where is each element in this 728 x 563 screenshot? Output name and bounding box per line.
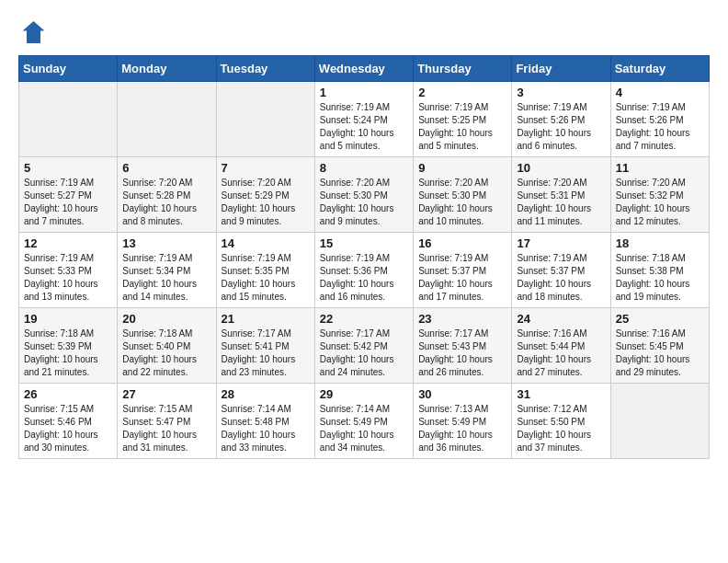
logo-icon bbox=[18, 18, 46, 46]
day-number: 1 bbox=[320, 86, 408, 99]
calendar-cell: 29Sunrise: 7:14 AM Sunset: 5:49 PM Dayli… bbox=[314, 384, 413, 459]
day-info: Sunrise: 7:17 AM Sunset: 5:41 PM Dayligh… bbox=[222, 327, 310, 379]
calendar-cell: 30Sunrise: 7:13 AM Sunset: 5:49 PM Dayli… bbox=[414, 384, 512, 459]
day-info: Sunrise: 7:14 AM Sunset: 5:49 PM Dayligh… bbox=[320, 403, 408, 454]
day-info: Sunrise: 7:15 AM Sunset: 5:46 PM Dayligh… bbox=[24, 403, 112, 454]
calendar-day-header: Sunday bbox=[19, 56, 118, 82]
day-number: 29 bbox=[320, 387, 408, 401]
day-number: 23 bbox=[418, 312, 506, 326]
calendar-cell: 24Sunrise: 7:16 AM Sunset: 5:44 PM Dayli… bbox=[512, 308, 610, 384]
day-info: Sunrise: 7:20 AM Sunset: 5:30 PM Dayligh… bbox=[418, 177, 506, 228]
calendar-week-row: 26Sunrise: 7:15 AM Sunset: 5:46 PM Dayli… bbox=[19, 384, 710, 459]
day-info: Sunrise: 7:20 AM Sunset: 5:28 PM Dayligh… bbox=[122, 177, 210, 228]
day-info: Sunrise: 7:20 AM Sunset: 5:32 PM Dayligh… bbox=[616, 177, 704, 228]
calendar-cell bbox=[118, 82, 216, 157]
calendar-cell: 25Sunrise: 7:16 AM Sunset: 5:45 PM Dayli… bbox=[610, 308, 709, 384]
calendar-cell: 28Sunrise: 7:14 AM Sunset: 5:48 PM Dayli… bbox=[216, 384, 314, 459]
calendar-cell: 1Sunrise: 7:19 AM Sunset: 5:24 PM Daylig… bbox=[314, 82, 413, 157]
day-number: 20 bbox=[122, 312, 210, 326]
day-info: Sunrise: 7:20 AM Sunset: 5:29 PM Dayligh… bbox=[222, 177, 310, 228]
calendar-day-header: Tuesday bbox=[216, 56, 314, 82]
day-number: 25 bbox=[616, 312, 704, 326]
day-info: Sunrise: 7:18 AM Sunset: 5:40 PM Dayligh… bbox=[122, 327, 210, 379]
calendar-cell: 9Sunrise: 7:20 AM Sunset: 5:30 PM Daylig… bbox=[414, 157, 512, 233]
calendar-cell: 6Sunrise: 7:20 AM Sunset: 5:28 PM Daylig… bbox=[118, 157, 216, 233]
day-number: 11 bbox=[616, 161, 704, 175]
day-info: Sunrise: 7:19 AM Sunset: 5:25 PM Dayligh… bbox=[418, 101, 506, 153]
day-info: Sunrise: 7:19 AM Sunset: 5:26 PM Dayligh… bbox=[616, 101, 704, 153]
calendar-cell: 23Sunrise: 7:17 AM Sunset: 5:43 PM Dayli… bbox=[414, 308, 512, 384]
calendar-cell: 26Sunrise: 7:15 AM Sunset: 5:46 PM Dayli… bbox=[19, 384, 118, 459]
day-info: Sunrise: 7:18 AM Sunset: 5:39 PM Dayligh… bbox=[24, 327, 112, 379]
calendar-cell bbox=[19, 82, 118, 157]
day-info: Sunrise: 7:19 AM Sunset: 5:27 PM Dayligh… bbox=[24, 177, 112, 228]
calendar-table: SundayMondayTuesdayWednesdayThursdayFrid… bbox=[18, 55, 710, 459]
day-number: 2 bbox=[418, 86, 506, 99]
calendar-cell: 8Sunrise: 7:20 AM Sunset: 5:30 PM Daylig… bbox=[314, 157, 413, 233]
day-number: 27 bbox=[122, 387, 210, 401]
calendar-cell: 2Sunrise: 7:19 AM Sunset: 5:25 PM Daylig… bbox=[414, 82, 512, 157]
calendar-cell: 10Sunrise: 7:20 AM Sunset: 5:31 PM Dayli… bbox=[512, 157, 610, 233]
day-number: 24 bbox=[517, 312, 605, 326]
calendar-day-header: Wednesday bbox=[314, 56, 413, 82]
calendar-cell: 31Sunrise: 7:12 AM Sunset: 5:50 PM Dayli… bbox=[512, 384, 610, 459]
day-info: Sunrise: 7:19 AM Sunset: 5:36 PM Dayligh… bbox=[320, 252, 408, 304]
calendar-day-header: Saturday bbox=[610, 56, 709, 82]
day-info: Sunrise: 7:19 AM Sunset: 5:35 PM Dayligh… bbox=[222, 252, 310, 304]
calendar-day-header: Thursday bbox=[414, 56, 512, 82]
day-info: Sunrise: 7:19 AM Sunset: 5:34 PM Dayligh… bbox=[122, 252, 210, 304]
day-number: 12 bbox=[24, 236, 112, 250]
calendar-cell: 14Sunrise: 7:19 AM Sunset: 5:35 PM Dayli… bbox=[216, 233, 314, 308]
day-number: 17 bbox=[517, 236, 605, 250]
day-info: Sunrise: 7:13 AM Sunset: 5:49 PM Dayligh… bbox=[418, 403, 506, 454]
day-number: 9 bbox=[418, 161, 506, 175]
day-info: Sunrise: 7:16 AM Sunset: 5:45 PM Dayligh… bbox=[616, 327, 704, 379]
calendar-cell: 19Sunrise: 7:18 AM Sunset: 5:39 PM Dayli… bbox=[19, 308, 118, 384]
day-number: 28 bbox=[222, 387, 310, 401]
calendar-cell bbox=[610, 384, 709, 459]
day-number: 18 bbox=[616, 236, 704, 250]
calendar-day-header: Monday bbox=[118, 56, 216, 82]
calendar-week-row: 1Sunrise: 7:19 AM Sunset: 5:24 PM Daylig… bbox=[19, 82, 710, 157]
calendar-week-row: 12Sunrise: 7:19 AM Sunset: 5:33 PM Dayli… bbox=[19, 233, 710, 308]
day-number: 30 bbox=[418, 387, 506, 401]
calendar-cell: 16Sunrise: 7:19 AM Sunset: 5:37 PM Dayli… bbox=[414, 233, 512, 308]
day-info: Sunrise: 7:17 AM Sunset: 5:43 PM Dayligh… bbox=[418, 327, 506, 379]
day-info: Sunrise: 7:17 AM Sunset: 5:42 PM Dayligh… bbox=[320, 327, 408, 379]
calendar-week-row: 19Sunrise: 7:18 AM Sunset: 5:39 PM Dayli… bbox=[19, 308, 710, 384]
day-info: Sunrise: 7:19 AM Sunset: 5:26 PM Dayligh… bbox=[517, 101, 605, 153]
calendar-cell: 11Sunrise: 7:20 AM Sunset: 5:32 PM Dayli… bbox=[610, 157, 709, 233]
day-number: 19 bbox=[24, 312, 112, 326]
calendar-cell: 21Sunrise: 7:17 AM Sunset: 5:41 PM Dayli… bbox=[216, 308, 314, 384]
calendar-cell: 7Sunrise: 7:20 AM Sunset: 5:29 PM Daylig… bbox=[216, 157, 314, 233]
day-info: Sunrise: 7:19 AM Sunset: 5:33 PM Dayligh… bbox=[24, 252, 112, 304]
svg-marker-0 bbox=[23, 21, 45, 43]
day-number: 10 bbox=[517, 161, 605, 175]
calendar-cell: 5Sunrise: 7:19 AM Sunset: 5:27 PM Daylig… bbox=[19, 157, 118, 233]
calendar-cell: 17Sunrise: 7:19 AM Sunset: 5:37 PM Dayli… bbox=[512, 233, 610, 308]
day-number: 21 bbox=[222, 312, 310, 326]
day-number: 4 bbox=[616, 86, 704, 99]
day-info: Sunrise: 7:16 AM Sunset: 5:44 PM Dayligh… bbox=[517, 327, 605, 379]
day-info: Sunrise: 7:15 AM Sunset: 5:47 PM Dayligh… bbox=[122, 403, 210, 454]
day-info: Sunrise: 7:19 AM Sunset: 5:24 PM Dayligh… bbox=[320, 101, 408, 153]
calendar-cell: 3Sunrise: 7:19 AM Sunset: 5:26 PM Daylig… bbox=[512, 82, 610, 157]
day-info: Sunrise: 7:12 AM Sunset: 5:50 PM Dayligh… bbox=[517, 403, 605, 454]
calendar-day-header: Friday bbox=[512, 56, 610, 82]
day-number: 14 bbox=[222, 236, 310, 250]
day-number: 6 bbox=[122, 161, 210, 175]
day-number: 22 bbox=[320, 312, 408, 326]
day-info: Sunrise: 7:19 AM Sunset: 5:37 PM Dayligh… bbox=[517, 252, 605, 304]
logo bbox=[18, 18, 50, 46]
calendar-header-row: SundayMondayTuesdayWednesdayThursdayFrid… bbox=[19, 56, 710, 82]
calendar-week-row: 5Sunrise: 7:19 AM Sunset: 5:27 PM Daylig… bbox=[19, 157, 710, 233]
day-number: 7 bbox=[222, 161, 310, 175]
day-number: 31 bbox=[517, 387, 605, 401]
day-number: 26 bbox=[24, 387, 112, 401]
day-number: 16 bbox=[418, 236, 506, 250]
day-number: 5 bbox=[24, 161, 112, 175]
day-number: 3 bbox=[517, 86, 605, 99]
day-number: 15 bbox=[320, 236, 408, 250]
day-info: Sunrise: 7:19 AM Sunset: 5:37 PM Dayligh… bbox=[418, 252, 506, 304]
calendar-cell: 22Sunrise: 7:17 AM Sunset: 5:42 PM Dayli… bbox=[314, 308, 413, 384]
